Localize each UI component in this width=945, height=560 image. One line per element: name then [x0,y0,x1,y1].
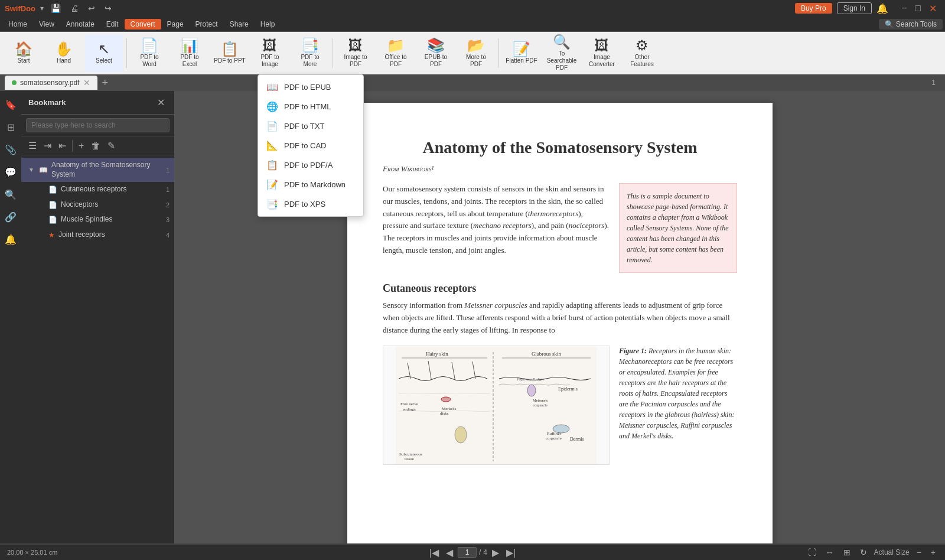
rotate-btn[interactable]: ↻ [858,547,869,558]
sidebar-link-icon[interactable]: 🔗 [2,208,19,226]
bm-delete-btn[interactable]: 🗑 [89,139,103,152]
bookmark-toolbar: ☰ ⇥ ⇤ + 🗑 ✎ [21,136,174,155]
sidebar-layers-icon[interactable]: ⊞ [2,118,19,136]
toolbar-flatten-pdf[interactable]: 📝 Flatten PDF [503,34,540,72]
sidebar-bookmark-icon[interactable]: 🔖 [2,96,19,113]
toolbar-select[interactable]: ↖ Select [85,34,123,72]
bookmark-search-input[interactable] [26,118,170,132]
markdown-icon: 📝 [266,179,278,190]
fit-width-btn[interactable]: ↔ [823,547,836,558]
page-prev-btn[interactable]: ◀ [444,547,455,558]
toolbar-start[interactable]: 🏠 Start [5,34,43,72]
pdf-subtitle: From Wikibooks¹ [383,164,737,174]
sidebar-search-icon[interactable]: 🔍 [2,185,19,203]
svg-text:Dermis: Dermis [570,437,584,442]
dropdown-item-txt[interactable]: 📄 PDF to TXT [258,116,363,136]
page-last-btn[interactable]: ▶| [504,547,518,558]
bm-indent-btn[interactable]: ⇥ [41,139,54,152]
epub-pdf-icon: 📚 [427,38,445,53]
menu-share[interactable]: Share [224,19,255,30]
fit-page-btn[interactable]: ⛶ [806,547,819,558]
bookmark-item-muscle-spindles[interactable]: 📄 Muscle Spindles 3 [31,212,174,227]
bm-list-btn[interactable]: ☰ [26,139,39,152]
toolbar-image-to-pdf[interactable]: 🖼 Image to PDF [337,34,374,72]
toolbar-more-to-pdf[interactable]: 📂 More to PDF [457,34,495,72]
menu-help[interactable]: Help [255,19,281,30]
title-bar-right: Buy Pro Sign In 🔔 − □ ✕ [795,2,940,14]
toolbar-office-to-pdf[interactable]: 📁 Office to PDF [377,34,415,72]
maximize-btn[interactable]: □ [911,3,924,14]
pdf-more-label: PDF to More [294,54,327,68]
toolbar-pdf-to-more[interactable]: 📑 PDF to More [291,34,329,72]
bm-outdent-btn[interactable]: ⇤ [56,139,69,152]
menu-home[interactable]: Home [2,19,33,30]
dropdown-item-pdfa[interactable]: 📋 PDF to PDF/A [258,155,363,175]
dropdown-item-cad[interactable]: 📐 PDF to CAD [258,136,363,155]
menu-page[interactable]: Page [161,19,190,30]
bookmark-item-cutaneous[interactable]: 📄 Cutaneous receptors 1 [31,182,174,197]
notification-icon[interactable]: 🔔 [876,3,888,14]
svg-text:Glabrous skin: Glabrous skin [532,351,562,357]
bm-cutaneous-num: 1 [160,186,170,193]
sidebar-alert-icon[interactable]: 🔔 [2,230,19,248]
pdf-intro-paragraph: Our somatosensory system consists of sen… [383,183,610,257]
page-first-btn[interactable]: |◀ [427,547,441,558]
tab-close-button[interactable]: ✕ [83,78,90,87]
search-tools-icon: 🔍 [885,20,894,28]
tab-somatosensory[interactable]: somatosensory.pdf ✕ [5,76,97,90]
tab-page-number: 1 [931,79,940,87]
dropdown-arrow[interactable]: ▾ [40,4,44,12]
close-btn[interactable]: ✕ [926,3,940,14]
dropdown-txt-label: PDF to TXT [284,122,324,131]
toolbar-hand[interactable]: ✋ Hand [45,34,83,72]
bookmark-item-nociceptors[interactable]: 📄 Nociceptors 2 [31,197,174,213]
toolbar-searchable-pdf[interactable]: 🔍 To Searchable PDF [543,34,581,72]
print-btn[interactable]: 🖨 [68,4,81,13]
view-mode-btn[interactable]: ⊞ [841,547,853,558]
bookmark-item-joint-receptors[interactable]: ★ Joint receptors 4 [31,227,174,243]
html-icon: 🌐 [266,101,278,112]
sidebar-comment-icon[interactable]: 💬 [2,163,19,181]
menu-annotate[interactable]: Annotate [60,19,100,30]
menu-view[interactable]: View [33,19,60,30]
zoom-in-btn[interactable]: + [928,547,938,558]
dropdown-item-markdown[interactable]: 📝 PDF to Markdown [258,175,363,194]
undo-btn[interactable]: ↩ [86,4,97,13]
menu-protect[interactable]: Protect [190,19,224,30]
bm-edit-btn[interactable]: ✎ [105,139,118,152]
minimize-btn[interactable]: − [898,3,910,14]
svg-text:tissue: tissue [405,457,414,461]
page-number-input[interactable] [458,547,477,558]
page-navigation: |◀ ◀ / 4 ▶ ▶| [427,547,518,558]
toolbar-pdf-to-excel[interactable]: 📊 PDF to Excel [171,34,208,72]
bookmark-close-button[interactable]: ✕ [155,96,167,109]
toolbar-epub-to-pdf[interactable]: 📚 EPUB to PDF [417,34,455,72]
toolbar-pdf-to-image[interactable]: 🖼 PDF to Image [251,34,289,72]
pdf-figure-caption: Figure 1: Receptors in the human skin: M… [619,346,737,465]
bookmark-item-anatomy[interactable]: ▼ 📖 Anatomy of the Somatosensory System … [21,158,174,182]
toolbar-image-converter[interactable]: 🖼 Image Converter [583,34,621,72]
toolbar-other-features[interactable]: ⚙ Other Features [623,34,661,72]
menu-convert[interactable]: Convert [125,19,161,30]
pdf-excel-icon: 📊 [181,38,198,53]
img-converter-label: Image Converter [585,54,618,68]
buy-pro-button[interactable]: Buy Pro [795,3,832,14]
page-next-btn[interactable]: ▶ [490,547,501,558]
dropdown-item-xps[interactable]: 📑 PDF to XPS [258,194,363,214]
window-controls: − □ ✕ [898,3,940,14]
toolbar-pdf-to-word[interactable]: 📄 PDF to Word [131,34,168,72]
sign-in-button[interactable]: Sign In [837,2,872,14]
add-tab-button[interactable]: + [102,77,109,89]
pdf-subtitle-text: From Wikibooks¹ [383,164,434,173]
search-tools-button[interactable]: 🔍 Search Tools [879,19,943,30]
svg-text:Papillary Ridges: Papillary Ridges [517,377,545,382]
bm-add-btn[interactable]: + [76,139,86,152]
dropdown-item-html[interactable]: 🌐 PDF to HTML [258,97,363,116]
save-btn[interactable]: 💾 [48,4,63,13]
sidebar-attachments-icon[interactable]: 📎 [2,141,19,158]
zoom-out-btn[interactable]: − [914,547,924,558]
toolbar-pdf-to-ppt[interactable]: 📋 PDF to PPT [211,34,249,72]
menu-edit[interactable]: Edit [100,19,125,30]
redo-btn[interactable]: ↪ [102,4,114,13]
dropdown-item-epub[interactable]: 📖 PDF to EPUB [258,77,363,97]
